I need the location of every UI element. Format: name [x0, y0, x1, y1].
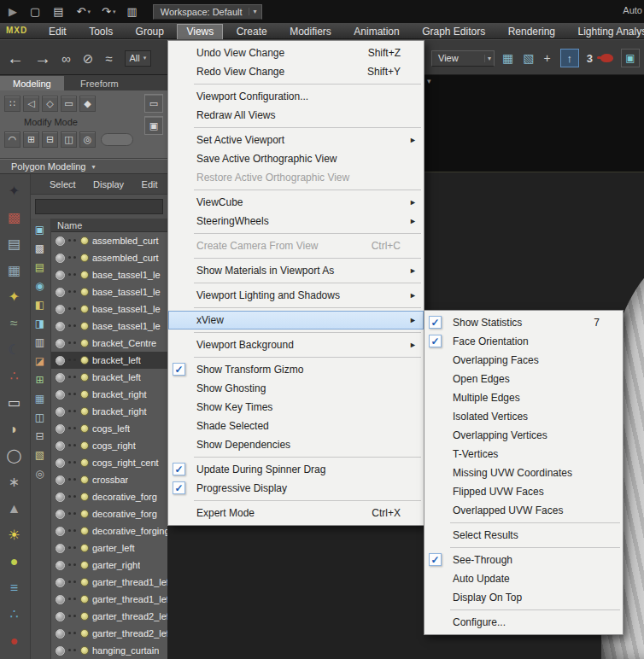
bracket_left[interactable]: bracket_left [51, 369, 167, 386]
base_tassel1_le[interactable]: base_tassel1_le [51, 283, 167, 300]
menubar-item-animation[interactable]: Animation [344, 24, 408, 40]
menu-item[interactable]: Auto Update [424, 569, 623, 588]
garter_right[interactable]: garter_right [51, 557, 167, 574]
ribbon-button[interactable]: ◎ [79, 131, 96, 148]
menubar-item-tools[interactable]: Tools [79, 24, 122, 40]
snap-toggle-icon[interactable]: ≡ [10, 580, 20, 597]
visibility-bulb-icon[interactable] [80, 578, 89, 586]
ribbon-button[interactable]: ∷ [4, 96, 20, 112]
view-dropdown[interactable]: View ▾ [431, 50, 495, 67]
menu-item[interactable]: Display On Top [424, 588, 623, 607]
explorer-tab-display[interactable]: Display [86, 174, 131, 195]
menu-item[interactable]: Viewport Lighting and Shadows ► [168, 286, 424, 305]
curve-editor-icon[interactable]: ≈ [10, 315, 20, 332]
menu-item[interactable]: Save Active Orthographic View [168, 149, 424, 168]
menu-item[interactable]: Shade Selected [168, 417, 424, 435]
ribbon-button[interactable]: ⊟ [42, 131, 58, 148]
garter_thread1_left[interactable]: garter_thread1_left [51, 574, 167, 591]
garter_thread1_left001[interactable]: garter_thread1_left001 [51, 591, 167, 608]
redo-icon[interactable]: ↷ ▾ [102, 6, 115, 17]
render-setup-icon[interactable]: ▦ [502, 52, 515, 64]
explorer-search-input[interactable] [35, 199, 163, 214]
ribbon-pill-button[interactable] [101, 133, 133, 146]
decorative_forg[interactable]: decorative_forg [51, 488, 167, 505]
menu-item[interactable]: Show Ghosting [168, 379, 424, 398]
menubar-item-group[interactable]: Group [126, 24, 173, 40]
menubar-item-rendering[interactable]: Rendering [499, 24, 565, 40]
menubar-item-lighting-analysis[interactable]: Lighting Analysis [568, 24, 644, 40]
lights-category-icon[interactable]: ◯ [7, 447, 24, 464]
menu-item[interactable]: Undo View Change Shift+Z [168, 44, 424, 62]
visibility-bulb-icon[interactable] [80, 424, 89, 433]
visibility-bulb-icon[interactable] [80, 373, 89, 382]
helpers-category-icon[interactable]: ▲ [8, 500, 23, 517]
menubar-item-views[interactable]: Views [177, 24, 223, 40]
menu-item[interactable]: Set Active Viewport ► [168, 131, 424, 149]
visibility-bulb-icon[interactable] [80, 356, 89, 364]
grid-toggle-icon[interactable]: ▦ [35, 392, 46, 405]
menubar-item-modifiers[interactable]: Modifiers [280, 24, 341, 40]
menu-item[interactable]: Redraw All Views [168, 106, 424, 125]
unlink-selection-icon[interactable]: ⊘ [83, 52, 96, 65]
base_tassel1_le[interactable]: base_tassel1_le [51, 318, 167, 335]
bind-space-warp-icon[interactable]: ≈ [105, 52, 114, 65]
monitor-icon[interactable]: ▣ [35, 223, 46, 236]
visibility-bulb-icon[interactable] [80, 407, 89, 416]
assembled_curt[interactable]: assembled_curt [51, 249, 167, 266]
scene-explorer-icon[interactable]: ▦ [8, 262, 22, 279]
menu-item[interactable]: Overlapped UVW Faces [424, 501, 623, 520]
visibility-bulb-icon[interactable] [80, 493, 89, 501]
app-logo[interactable]: MXD [6, 26, 27, 35]
cameras-category-icon[interactable]: ∗ [9, 474, 21, 491]
visibility-bulb-icon[interactable] [80, 288, 89, 296]
shapes-category-icon[interactable]: ◗ [10, 421, 20, 438]
menubar-item-graph-editors[interactable]: Graph Editors [413, 24, 495, 40]
ribbon-side-button-1[interactable]: ▭ [144, 94, 163, 113]
frozen-toggle-icon[interactable]: ◫ [35, 411, 46, 424]
ribbon-tab-modeling[interactable]: Modeling [0, 76, 64, 91]
workspace-dropdown[interactable]: Workspace: Default ▾ [153, 4, 262, 20]
menu-item[interactable]: Overlapping Faces [424, 351, 623, 370]
redo-scene-arrow-icon[interactable]: → [34, 49, 51, 68]
menu-item[interactable]: Configure... [424, 613, 623, 632]
ribbon-tab-freeform[interactable]: Freeform [67, 76, 132, 91]
menu-item[interactable]: ViewCube ► [168, 193, 424, 212]
menu-item[interactable]: Create Camera From View Ctrl+C [168, 236, 424, 255]
menu-item[interactable]: Multiple Edges [424, 388, 623, 407]
garter_thread2_left001[interactable]: garter_thread2_left001 [51, 625, 167, 642]
menu-item[interactable]: ✓ Progressive Display [168, 479, 424, 498]
menu-item-xview[interactable]: xView ► [168, 311, 424, 330]
visibility-bulb-icon[interactable] [80, 305, 89, 313]
menu-item[interactable]: Open Edges [424, 370, 623, 388]
display-mode-button[interactable]: ▣ [621, 49, 640, 67]
select-and-link-icon[interactable]: ∞ [61, 52, 73, 65]
hanging_curtain[interactable]: hanging_curtain [51, 642, 167, 659]
visibility-bulb-icon[interactable] [80, 339, 89, 347]
visibility-bulb-icon[interactable] [80, 595, 89, 604]
ribbon-button[interactable]: ▭ [61, 96, 77, 112]
base_tassel1_le[interactable]: base_tassel1_le [51, 300, 167, 318]
cogs_left[interactable]: cogs_left [51, 420, 167, 437]
hidden-toggle-icon[interactable]: ⊟ [35, 429, 45, 443]
menu-item[interactable]: Missing UVW Coordinates [424, 464, 623, 482]
checkerboard-icon[interactable]: ▩ [35, 242, 46, 255]
menu-item[interactable]: Show Dependencies [168, 435, 424, 454]
visibility-bulb-icon[interactable] [80, 458, 89, 467]
explorer-tab-select[interactable]: Select [43, 174, 83, 195]
menu-item[interactable]: ✓ Show Transform Gizmo [168, 360, 424, 379]
material-sphere-icon[interactable]: ◉ [35, 279, 45, 293]
menu-item[interactable]: Show Key Times [168, 398, 424, 417]
decorative_forging_right[interactable]: decorative_forging_right [51, 522, 167, 539]
ribbon-button[interactable]: ◁ [23, 96, 39, 112]
material-editor-icon[interactable]: ▩ [8, 209, 22, 226]
scatter-tool-icon[interactable]: ∴ [9, 606, 20, 623]
menu-item[interactable]: Select Results [424, 526, 623, 545]
menu-item[interactable]: Overlapping Vertices [424, 426, 623, 445]
list-view-icon[interactable]: ▤ [35, 260, 46, 274]
render-sphere-icon[interactable]: ● [10, 633, 20, 650]
visibility-bulb-icon[interactable] [80, 322, 89, 330]
visibility-bulb-icon[interactable] [80, 527, 89, 535]
visibility-bulb-icon[interactable] [80, 612, 89, 621]
menu-item[interactable]: T-Vertices [424, 445, 623, 464]
new-scene-icon[interactable]: ▢ [30, 6, 42, 17]
